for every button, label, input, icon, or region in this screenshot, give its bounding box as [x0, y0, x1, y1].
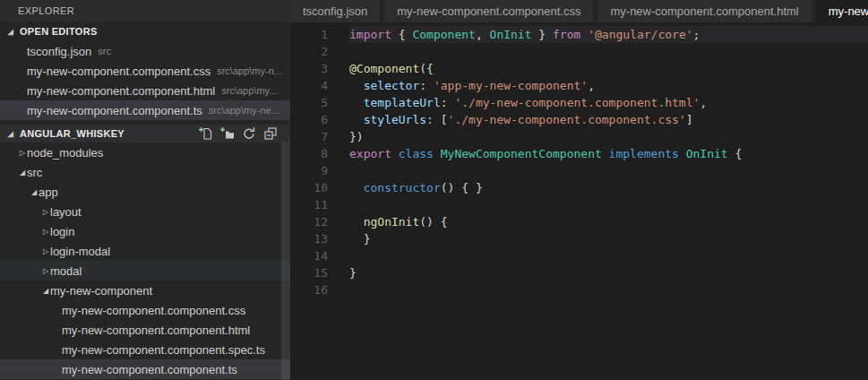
code-token: Component — [412, 28, 475, 41]
workspace-header[interactable]: ◢ ANGULAR_WHISKEY — [0, 125, 290, 142]
editor-tab[interactable]: tsconfig.json — [290, 0, 380, 22]
code-token: 'app-my-new-component' — [434, 79, 588, 92]
code-token: MyNewComponentComponent — [441, 147, 602, 160]
code-line[interactable]: 7}) — [290, 128, 868, 145]
chevron-collapsed-icon: ▷ — [41, 208, 50, 216]
code-token — [349, 215, 364, 229]
line-number: 5 — [290, 94, 349, 111]
code-token — [580, 28, 588, 41]
code-token: selector — [364, 79, 420, 92]
open-editors-header[interactable]: ◢ OPEN EDITORS — [0, 22, 290, 41]
code-token: OnInit — [686, 147, 728, 160]
open-editor-file-path: src\app\my-n... — [217, 65, 282, 76]
code-token: './my-new-component.component.html' — [454, 96, 700, 109]
tree-item[interactable]: ▷login-modal — [0, 241, 290, 261]
code-line[interactable]: 11 — [290, 196, 868, 213]
sidebar-scrollbar[interactable] — [281, 142, 290, 380]
editor-tab[interactable]: my-new-component.component.ts — [816, 0, 868, 22]
open-editor-file-name: tsconfig.json — [27, 45, 91, 58]
code-token: : — [419, 79, 434, 92]
tree-item-label: my-new-component.component.html — [62, 324, 250, 337]
code-token: }) — [349, 130, 364, 143]
tree-item[interactable]: ▷login — [0, 221, 290, 241]
open-editor-item[interactable]: my-new-component.component.csssrc\app\my… — [0, 61, 290, 81]
line-number: 8 — [290, 145, 349, 162]
code-line[interactable]: 10 constructor() { } — [290, 179, 868, 196]
chevron-collapsed-icon: ▷ — [41, 267, 50, 275]
tree-item[interactable]: ◢my-new-component — [0, 281, 290, 300]
open-editor-file-name: my-new-component.component.html — [27, 84, 215, 98]
open-editor-file-path: src\app\my-ne... — [209, 105, 279, 116]
code-token: } — [349, 266, 357, 280]
open-editor-file-name: my-new-component.component.ts — [27, 104, 202, 117]
editor-area: tsconfig.jsonmy-new-component.component.… — [290, 0, 868, 380]
tree-item[interactable]: my-new-component.component.css — [0, 300, 290, 320]
code-token: : — [441, 96, 455, 109]
open-editor-item[interactable]: my-new-component.component.htmlsrc\app\m… — [0, 81, 290, 100]
code-line[interactable]: 15} — [290, 264, 868, 281]
code-line[interactable]: 9 — [290, 162, 868, 179]
tree-item-label: my-new-component.component.ts — [62, 363, 237, 376]
code-line[interactable]: 14 — [290, 247, 868, 264]
code-token: , — [700, 96, 707, 109]
open-editor-item[interactable]: my-new-component.component.tssrc\app\my-… — [0, 100, 290, 120]
code-token: () { } — [441, 181, 483, 194]
code-line[interactable]: 2 — [290, 43, 868, 60]
tree-item-label: node_modules — [27, 146, 103, 160]
code-line[interactable]: 5 templateUrl: './my-new-component.compo… — [290, 94, 868, 111]
new-file-button[interactable] — [197, 125, 215, 142]
line-number: 11 — [290, 196, 349, 213]
code-line[interactable]: 13 } — [290, 230, 868, 247]
code-line-text: } — [349, 230, 868, 247]
tree-item[interactable]: ◢src — [0, 162, 290, 182]
code-line[interactable]: 16 — [290, 281, 868, 298]
code-line[interactable]: 1import { Component, OnInit } from '@ang… — [290, 26, 868, 43]
tree-item-label: my-new-component — [50, 284, 152, 298]
code-line-text — [349, 196, 868, 213]
code-token: , — [476, 28, 490, 41]
tab-label: tsconfig.json — [303, 4, 367, 18]
code-line-text — [349, 43, 868, 60]
code-token: ngOnInit — [364, 215, 420, 229]
code-line[interactable]: 8export class MyNewComponentComponent im… — [290, 145, 868, 162]
tree-item[interactable]: my-new-component.component.spec.ts — [0, 340, 290, 359]
code-token: OnInit — [490, 28, 532, 41]
refresh-icon — [242, 126, 256, 141]
open-editor-item[interactable]: tsconfig.jsonsrc — [0, 41, 290, 61]
tree-item[interactable]: my-new-component.component.html — [0, 320, 290, 340]
tree-item-label: modal — [50, 264, 82, 278]
editor-tab[interactable]: my-new-component.component.html — [597, 0, 811, 22]
editor-tab[interactable]: my-new-component.component.css — [384, 0, 593, 22]
code-editor[interactable]: 1import { Component, OnInit } from '@ang… — [290, 22, 868, 380]
code-token: @Component — [349, 62, 419, 75]
collapse-all-button[interactable] — [262, 125, 279, 142]
tree-item[interactable]: ▷modal — [0, 261, 290, 281]
code-token: implements — [609, 147, 679, 160]
explorer-sidebar: EXPLORER ◢ OPEN EDITORS tsconfig.jsonsrc… — [0, 0, 290, 380]
code-token — [349, 113, 364, 126]
code-token: ; — [693, 28, 700, 41]
tab-label: my-new-component.component.ts — [829, 4, 868, 18]
code-token — [679, 147, 686, 160]
tree-item[interactable]: ▷node_modules — [0, 142, 290, 162]
tree-item[interactable]: ▷layout — [0, 202, 290, 221]
code-line-text — [349, 247, 868, 264]
chevron-collapsed-icon: ▷ — [41, 228, 50, 236]
chevron-collapsed-icon: ▷ — [18, 149, 27, 157]
open-editors-label: OPEN EDITORS — [20, 26, 98, 37]
tree-item[interactable]: my-new-component.component.ts — [0, 359, 290, 379]
code-token: import — [349, 28, 391, 41]
tree-item-label: app — [39, 186, 58, 199]
code-line[interactable]: 3@Component({ — [290, 60, 868, 77]
refresh-button[interactable] — [240, 125, 258, 142]
new-folder-button[interactable] — [219, 125, 236, 142]
file-tree: ▷node_modules◢src◢app▷layout▷login▷login… — [0, 142, 290, 380]
code-line[interactable]: 4 selector: 'app-my-new-component', — [290, 77, 868, 94]
code-token: ] — [686, 113, 693, 126]
code-line[interactable]: 6 styleUrls: ['./my-new-component.compon… — [290, 111, 868, 128]
code-line[interactable]: 12 ngOnInit() { — [290, 213, 868, 230]
line-number: 12 — [290, 213, 349, 230]
code-token — [391, 147, 399, 160]
tree-item-label: login-modal — [50, 245, 110, 258]
tree-item[interactable]: ◢app — [0, 182, 290, 202]
